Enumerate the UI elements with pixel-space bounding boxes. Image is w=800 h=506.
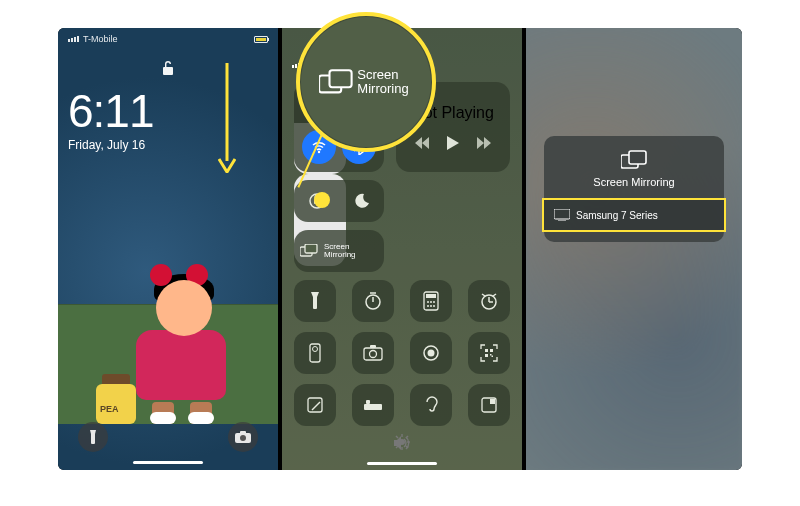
jar-label: PEA — [100, 404, 119, 414]
screen-mirroring-icon — [300, 244, 318, 258]
previous-track-icon[interactable] — [415, 137, 429, 149]
svg-rect-45 — [490, 354, 492, 356]
home-indicator[interactable] — [133, 461, 203, 464]
sm-label-2: Mirroring — [324, 251, 356, 259]
lock-screen-panel: T-Mobile 6:11 Friday, July 16 PEA — [58, 28, 278, 470]
svg-point-38 — [370, 351, 377, 358]
qr-scan-tile[interactable] — [468, 332, 510, 374]
wallpaper-character: PEA — [96, 254, 261, 424]
callout-dot — [314, 192, 330, 208]
svg-rect-9 — [305, 244, 317, 253]
home-indicator[interactable] — [367, 462, 437, 465]
focus-tile — [294, 180, 384, 222]
expand-tile[interactable] — [468, 384, 510, 426]
svg-point-29 — [433, 305, 435, 307]
svg-rect-44 — [485, 354, 488, 357]
popup-title: Screen Mirroring — [593, 176, 674, 188]
svg-rect-39 — [370, 345, 376, 348]
svg-point-28 — [430, 305, 432, 307]
screen-record-tile[interactable] — [410, 332, 452, 374]
screen-mirroring-icon — [319, 69, 353, 95]
screen-mirroring-popup: Screen Mirroring Samsung 7 Series — [544, 136, 724, 242]
status-bar: T-Mobile — [58, 34, 278, 44]
svg-line-33 — [482, 294, 485, 296]
swipe-down-arrow-icon — [218, 63, 236, 173]
alarm-tile[interactable] — [468, 280, 510, 322]
svg-point-36 — [313, 347, 318, 352]
svg-rect-47 — [308, 398, 322, 412]
svg-point-5 — [318, 151, 320, 153]
clock-date: Friday, July 16 — [68, 138, 145, 152]
device-option-samsung[interactable]: Samsung 7 Series — [542, 198, 726, 232]
unlocked-padlock-icon — [161, 60, 175, 76]
svg-point-2 — [240, 435, 246, 441]
quick-note-tile[interactable] — [294, 384, 336, 426]
zoom-callout: Screen Mirroring — [296, 12, 436, 152]
clock-time: 6:11 — [68, 84, 154, 138]
screen-mirroring-icon — [621, 150, 647, 170]
svg-line-34 — [493, 294, 496, 296]
svg-rect-49 — [366, 400, 370, 404]
timer-tile[interactable] — [352, 280, 394, 322]
svg-point-26 — [433, 301, 435, 303]
callout-label-2: Mirroring — [357, 82, 408, 96]
carrier-label: T-Mobile — [83, 34, 118, 44]
do-not-disturb-toggle[interactable] — [339, 180, 384, 222]
svg-rect-48 — [364, 404, 382, 410]
apple-tv-remote-tile[interactable] — [294, 332, 336, 374]
svg-point-25 — [430, 301, 432, 303]
hearing-tile[interactable] — [410, 384, 452, 426]
svg-rect-43 — [490, 349, 493, 352]
flashlight-button[interactable] — [78, 422, 108, 452]
svg-rect-37 — [364, 348, 382, 360]
flashlight-tile[interactable] — [294, 280, 336, 322]
lock-bottom-row — [58, 422, 278, 452]
calculator-tile[interactable] — [410, 280, 452, 322]
camera-button[interactable] — [228, 422, 258, 452]
svg-point-41 — [428, 350, 435, 357]
signal-icon — [68, 36, 79, 42]
next-track-icon[interactable] — [477, 137, 491, 149]
svg-point-24 — [427, 301, 429, 303]
tv-icon — [554, 209, 570, 221]
camera-tile[interactable] — [352, 332, 394, 374]
device-label: Samsung 7 Series — [576, 210, 658, 221]
svg-rect-51 — [490, 399, 495, 404]
svg-rect-57 — [330, 70, 352, 87]
sleep-tile[interactable] — [352, 384, 394, 426]
battery-icon — [254, 36, 268, 43]
svg-point-27 — [427, 305, 429, 307]
callout-label-1: Screen — [357, 68, 408, 82]
play-icon[interactable] — [447, 136, 459, 150]
device-picker-panel: Screen Mirroring Samsung 7 Series — [526, 28, 742, 470]
svg-rect-46 — [492, 356, 494, 358]
svg-rect-3 — [240, 431, 246, 434]
screen-mirroring-button[interactable]: Screen Mirroring — [294, 230, 384, 272]
svg-rect-54 — [554, 209, 570, 219]
svg-rect-53 — [629, 151, 646, 164]
svg-rect-42 — [485, 349, 488, 352]
svg-rect-23 — [426, 294, 436, 298]
